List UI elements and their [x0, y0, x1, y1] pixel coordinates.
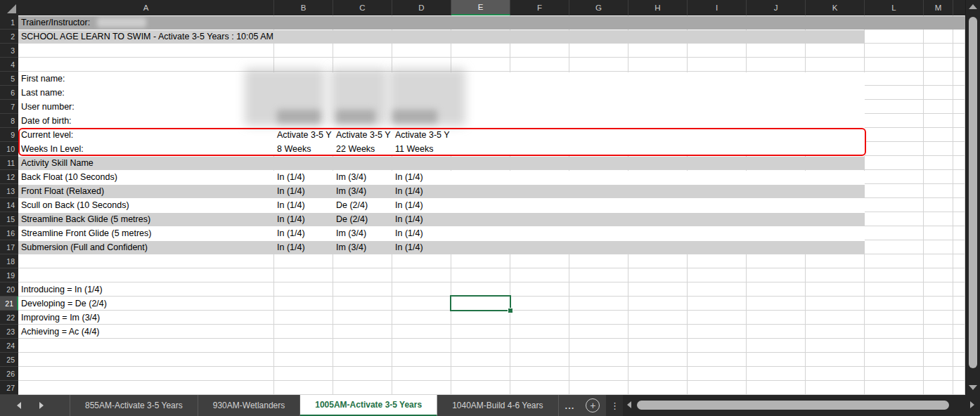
column-header-G[interactable]: G: [569, 0, 628, 15]
sheet-nav-arrows: [0, 395, 70, 416]
cell-B12[interactable]: In (1/4): [274, 170, 305, 184]
row-header-27[interactable]: 27: [0, 381, 18, 395]
select-all-corner[interactable]: [0, 0, 18, 15]
sheet-options-kebab[interactable]: ⋮: [606, 395, 623, 416]
row-header-3[interactable]: 3: [0, 44, 18, 58]
cell-A13[interactable]: Front Float (Relaxed): [18, 184, 104, 198]
row-header-13[interactable]: 13: [0, 184, 18, 198]
cell-D13[interactable]: In (1/4): [392, 184, 423, 198]
cell-A21[interactable]: Developing = De (2/4): [18, 297, 107, 311]
row-header-5[interactable]: 5: [0, 72, 18, 86]
row-header-24[interactable]: 24: [0, 339, 18, 353]
cell-A16[interactable]: Streamline Front Glide (5 metres): [18, 226, 151, 240]
cell-A11[interactable]: Activity Skill Name: [18, 156, 94, 170]
vertical-scrollbar-thumb[interactable]: [969, 17, 977, 368]
cell-B17[interactable]: In (1/4): [274, 240, 305, 254]
row-header-14[interactable]: 14: [0, 198, 18, 212]
redacted-text-blur: [392, 110, 437, 124]
vertical-scrollbar[interactable]: [965, 0, 980, 395]
row-header-9[interactable]: 9: [0, 128, 18, 142]
fill-handle[interactable]: [508, 308, 513, 313]
cell-A5[interactable]: First name:: [18, 72, 65, 86]
cell-A17[interactable]: Submersion (Full and Confident): [18, 240, 148, 254]
cell-D17[interactable]: In (1/4): [392, 240, 423, 254]
column-header-J[interactable]: J: [747, 0, 806, 15]
sheet-tab-930am-wetlanders[interactable]: 930AM-Wetlanders: [198, 395, 301, 416]
cell-C16[interactable]: Im (3/4): [333, 226, 366, 240]
cell-A2[interactable]: SCHOOL AGE LEARN TO SWIM - Activate 3-5 …: [18, 30, 274, 44]
column-header-K[interactable]: K: [806, 0, 865, 15]
row-header-26[interactable]: 26: [0, 367, 18, 381]
cell-D12[interactable]: In (1/4): [392, 170, 423, 184]
column-header-F[interactable]: F: [510, 0, 569, 15]
row-header-20[interactable]: 20: [0, 282, 18, 297]
cell-B13[interactable]: In (1/4): [274, 184, 305, 198]
next-sheet-arrow-icon[interactable]: [39, 402, 44, 409]
cell-D15[interactable]: In (1/4): [392, 212, 423, 226]
worksheet-grid[interactable]: Trainer/Instructor:SCHOOL AGE LEARN TO S…: [18, 15, 965, 395]
scroll-right-icon[interactable]: [970, 401, 974, 408]
gridline: [18, 352, 965, 353]
row-header-12[interactable]: 12: [0, 170, 18, 184]
red-annotation-box[interactable]: [18, 128, 866, 156]
cell-A7[interactable]: User number:: [18, 100, 75, 114]
row-header-16[interactable]: 16: [0, 226, 18, 240]
row-header-23[interactable]: 23: [0, 325, 18, 339]
cell-D14[interactable]: In (1/4): [392, 198, 423, 212]
horizontal-scrollbar[interactable]: [623, 395, 980, 416]
horizontal-scrollbar-thumb[interactable]: [637, 401, 949, 410]
row-header-19[interactable]: 19: [0, 268, 18, 282]
column-header-D[interactable]: D: [392, 0, 451, 15]
sheet-tab-1005am-activate-3-5-years[interactable]: 1005AM-Activate 3-5 Years: [300, 395, 437, 416]
row-header-25[interactable]: 25: [0, 353, 18, 367]
cell-A23[interactable]: Achieving = Ac (4/4): [18, 325, 100, 339]
cell-B15[interactable]: In (1/4): [274, 212, 305, 226]
column-header-I[interactable]: I: [688, 0, 747, 15]
row-header-22[interactable]: 22: [0, 311, 18, 325]
row-header-17[interactable]: 17: [0, 240, 18, 254]
sheet-tab-855am-activate-3-5-years[interactable]: 855AM-Activate 3-5 Years: [70, 395, 198, 416]
column-header-L[interactable]: L: [865, 0, 924, 15]
row-header-4[interactable]: 4: [0, 58, 18, 72]
cell-A14[interactable]: Scull on Back (10 Seconds): [18, 198, 129, 212]
scroll-up-icon[interactable]: [969, 4, 977, 9]
row-header-10[interactable]: 10: [0, 142, 18, 156]
scroll-left-icon[interactable]: [627, 401, 631, 408]
cell-B16[interactable]: In (1/4): [274, 226, 305, 240]
row-header-21[interactable]: 21: [0, 297, 18, 311]
row-header-15[interactable]: 15: [0, 212, 18, 226]
cell-B14[interactable]: In (1/4): [274, 198, 305, 212]
cell-A8[interactable]: Date of birth:: [18, 114, 72, 128]
sheet-tab-1040am-build-4-6-years[interactable]: 1040AM-Build 4-6 Years: [437, 395, 558, 416]
row-header-2[interactable]: 2: [0, 30, 18, 44]
row-header-18[interactable]: 18: [0, 254, 18, 268]
column-header-H[interactable]: H: [628, 0, 688, 15]
cell-C14[interactable]: De (2/4): [333, 198, 368, 212]
row-header-7[interactable]: 7: [0, 100, 18, 114]
row-header-8[interactable]: 8: [0, 114, 18, 128]
column-header-C[interactable]: C: [333, 0, 392, 15]
cell-A15[interactable]: Streamline Back Glide (5 metres): [18, 212, 150, 226]
cell-A1[interactable]: Trainer/Instructor:: [18, 15, 90, 30]
row-header-6[interactable]: 6: [0, 86, 18, 100]
cell-C15[interactable]: De (2/4): [333, 212, 368, 226]
add-sheet-button[interactable]: +: [586, 398, 600, 412]
column-header-M[interactable]: M: [924, 0, 953, 15]
prev-sheet-arrow-icon[interactable]: [17, 402, 21, 409]
cell-C13[interactable]: Im (3/4): [333, 184, 366, 198]
scroll-down-icon[interactable]: [969, 385, 977, 390]
more-tabs-ellipsis[interactable]: ...: [559, 395, 581, 416]
cell-A20[interactable]: Introducing = In (1/4): [18, 282, 103, 297]
column-header-E[interactable]: E: [451, 0, 510, 15]
row-header-11[interactable]: 11: [0, 156, 18, 170]
cell-A12[interactable]: Back Float (10 Seconds): [18, 170, 117, 184]
cell-D16[interactable]: In (1/4): [392, 226, 423, 240]
cell-A6[interactable]: Last name:: [18, 86, 65, 100]
column-header-A[interactable]: A: [18, 0, 274, 15]
cell-A22[interactable]: Improving = Im (3/4): [18, 311, 100, 325]
cell-C12[interactable]: Im (3/4): [333, 170, 366, 184]
row-header-1[interactable]: 1: [0, 15, 18, 30]
cell-C17[interactable]: Im (3/4): [333, 240, 366, 254]
column-header-B[interactable]: B: [274, 0, 333, 15]
row-fill: [18, 16, 965, 30]
